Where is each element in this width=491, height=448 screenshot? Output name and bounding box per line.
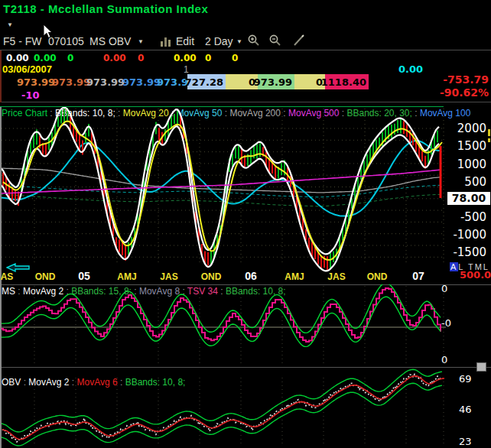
price-value: 973.99: [122, 76, 161, 88]
legend-item[interactable]: BBands: 15, 8;: [71, 286, 132, 297]
value-box: 1118.40: [325, 74, 369, 89]
ms-tick: -0: [441, 317, 451, 329]
legend-separator: :: [180, 286, 187, 297]
legend-separator: :: [118, 377, 125, 388]
legend-item[interactable]: BBands: 10, 8;: [226, 286, 286, 297]
toolbar-divider: [0, 50, 491, 50]
obv-tick: 23: [459, 436, 472, 447]
ms-chart[interactable]: [0, 284, 451, 366]
indicator-value: 0: [138, 53, 144, 63]
price-tick: 1500: [447, 139, 486, 153]
obv-tick: 46: [459, 404, 472, 415]
price-tick: -1500: [447, 245, 486, 259]
bar-index: 1: [184, 64, 189, 75]
price-value: 973.99: [52, 76, 90, 88]
date-code-label: 070105: [48, 35, 84, 47]
legend-separator: :: [63, 286, 71, 297]
legend-separator: :: [21, 377, 28, 388]
time-axis-label: JAS: [160, 271, 177, 282]
bar-chart-icon[interactable]: [160, 37, 172, 47]
ms-tick: 0: [441, 354, 447, 365]
time-axis-label: OND: [201, 271, 222, 282]
time-axis-label: 05: [78, 270, 90, 282]
period-dropdown-caret[interactable]: ▼: [236, 38, 242, 45]
title-dropdown-caret[interactable]: ▼: [7, 21, 13, 28]
chart-preset-label[interactable]: F5 - FW: [3, 35, 42, 47]
ms-tick: 0: [441, 283, 447, 294]
time-axis-label: OND: [367, 271, 388, 282]
legend-item[interactable]: MovAvg 8: [139, 286, 180, 297]
zoom-out-icon[interactable]: [268, 34, 283, 47]
legend-item[interactable]: BBands: 10, 8;: [125, 377, 186, 388]
indicator-value: 0: [67, 53, 73, 63]
zoom-in-icon[interactable]: [246, 34, 262, 47]
legend-item[interactable]: MovAvg 2: [23, 286, 63, 297]
legend-item[interactable]: MS: [2, 286, 15, 297]
pct-change: -90.62%: [440, 86, 489, 99]
legend-separator: :: [132, 286, 139, 297]
obv-tick: 69: [459, 373, 472, 385]
time-axis-label: AS: [1, 271, 14, 282]
net-change: -753.79: [443, 73, 489, 86]
edge-tick-1: [488, 129, 490, 136]
time-axis-label: OND: [35, 271, 56, 282]
value-box: 727.28: [187, 74, 226, 89]
legend-item[interactable]: TSV 34: [187, 286, 218, 297]
layout-dropdown-caret[interactable]: ▼: [138, 38, 144, 45]
price-tick: 2000: [447, 122, 486, 135]
telechart-window: T2118 - Mcclellan Summation Index ▼ F5 -…: [0, 0, 491, 448]
indicator-value: 0: [232, 53, 238, 63]
zoom-level-active[interactable]: A: [450, 262, 458, 271]
legend-item[interactable]: MovAvg 6: [77, 377, 118, 388]
edge-tick-2: [488, 138, 490, 142]
legend-item[interactable]: OBV: [2, 377, 21, 388]
obv-legend: OBV : MovAvg 2 : MovAvg 6 : BBands: 10, …: [2, 377, 460, 388]
time-axis-label: AMJ: [285, 271, 304, 282]
minus10-value: -10: [21, 89, 40, 101]
price-tick: 500: [447, 175, 486, 189]
value-box: 0: [226, 74, 258, 89]
price-tick: -1000: [447, 228, 486, 242]
time-axis-label: 06: [245, 270, 257, 282]
last-price-box: 78.00: [447, 192, 490, 205]
price-value: 973.99: [17, 76, 55, 88]
price-tick: -500: [447, 210, 486, 224]
price-chart[interactable]: [0, 107, 447, 284]
indicator-value: 0: [205, 53, 211, 63]
legend-separator: :: [70, 377, 77, 388]
panel-resize-handle[interactable]: [476, 362, 486, 372]
time-axis-label: 07: [412, 270, 424, 282]
time-axis-label: AMJ: [117, 271, 136, 282]
rows-divider: [0, 102, 491, 102]
left-border-top: [0, 50, 2, 102]
price-tick: 1000: [447, 157, 486, 171]
mouse-cursor: [43, 24, 54, 40]
window-title: T2118 - Mcclellan Summation Index: [3, 2, 208, 15]
edit-button[interactable]: Edit: [176, 35, 194, 47]
indicator-value: 0.00: [6, 53, 29, 63]
value-box: 973.99: [258, 74, 294, 89]
legend-item[interactable]: MovAvg 2: [28, 377, 69, 388]
cursor-date: 03/06/2007: [2, 63, 52, 75]
legend-separator: :: [218, 286, 226, 297]
layout-dropdown[interactable]: MS OBV: [89, 35, 131, 47]
indicator-value: 0.00: [174, 53, 197, 63]
price-value: 973.99: [86, 76, 125, 88]
corner-value: 500.0: [460, 269, 491, 281]
period-dropdown[interactable]: 2 Day: [205, 35, 233, 47]
time-axis-label: JAS: [327, 271, 345, 282]
cyan-value: 0.00: [398, 63, 423, 75]
indicator-value: 0.00: [34, 53, 57, 63]
ms-legend: MS : MovAvg 2 : BBands: 15, 8; : MovAvg …: [2, 286, 460, 297]
draw-pencil-icon[interactable]: [293, 34, 307, 47]
indicator-value: 0.00: [103, 53, 126, 63]
legend-separator: :: [15, 286, 23, 297]
